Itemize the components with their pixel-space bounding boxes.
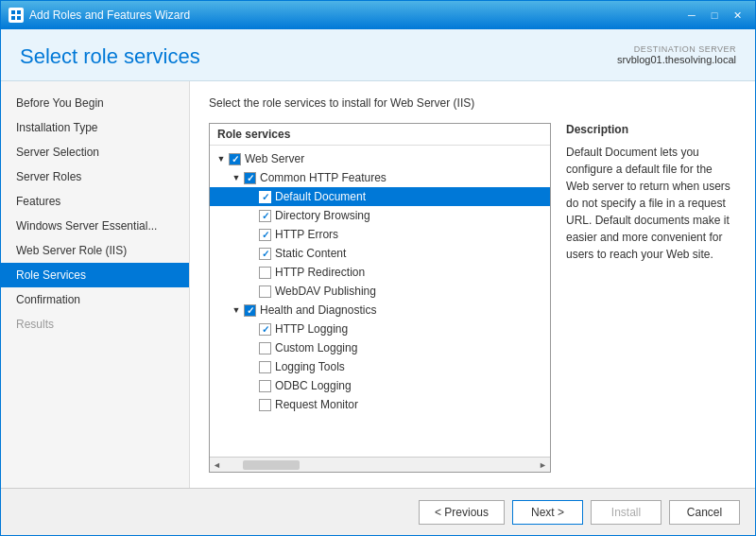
tree-label-http-errors: HTTP Errors — [275, 228, 338, 241]
tree-item-http-logging[interactable]: HTTP Logging — [210, 320, 550, 338]
main-window: Add Roles and Features Wizard ─ □ ✕ Sele… — [0, 0, 756, 536]
tree-label-static-content: Static Content — [275, 247, 346, 260]
expand-placeholder-odbc-logging — [244, 378, 259, 393]
sidebar-item-installation-type[interactable]: Installation Type — [1, 115, 189, 140]
header-bar: Select role services DESTINATION SERVER … — [1, 29, 755, 81]
tree-label-request-monitor: Request Monitor — [275, 398, 358, 411]
checkbox-custom-logging[interactable] — [259, 342, 271, 354]
expand-icon-health-diagnostics[interactable]: ▼ — [229, 303, 244, 318]
cancel-button[interactable]: Cancel — [669, 500, 740, 525]
checkbox-common-http[interactable] — [244, 172, 256, 184]
minimize-button[interactable]: ─ — [681, 7, 702, 24]
titlebar-left: Add Roles and Features Wizard — [9, 8, 190, 23]
expand-placeholder-http-logging — [244, 321, 259, 337]
checkbox-http-errors[interactable] — [259, 229, 271, 241]
main-area: Before You Begin Installation Type Serve… — [1, 81, 755, 488]
panel-header: Role services — [210, 124, 550, 146]
checkbox-odbc-logging[interactable] — [259, 380, 271, 392]
tree-label-custom-logging: Custom Logging — [275, 341, 357, 354]
svg-rect-2 — [11, 16, 15, 20]
tree-item-logging-tools[interactable]: Logging Tools — [210, 357, 550, 376]
page-title: Select role services — [20, 44, 200, 69]
tree-item-common-http[interactable]: ▼ Common HTTP Features — [210, 168, 550, 187]
expand-placeholder-webdav — [244, 284, 259, 299]
tree-item-odbc-logging[interactable]: ODBC Logging — [210, 376, 550, 395]
tree-area[interactable]: ▼ Web Server ▼ Common HTTP Features — [210, 146, 550, 457]
expand-placeholder-http-redirection — [244, 265, 259, 280]
tree-label-directory-browsing: Directory Browsing — [275, 209, 370, 222]
maximize-button[interactable]: □ — [704, 7, 725, 24]
checkbox-webdav-publishing[interactable] — [259, 285, 271, 298]
sidebar-item-windows-server-essential[interactable]: Windows Server Essential... — [1, 214, 189, 238]
main-content: Select the role services to install for … — [190, 81, 755, 488]
scroll-right-btn[interactable]: ► — [536, 460, 550, 470]
sidebar-item-features[interactable]: Features — [1, 189, 189, 214]
role-services-panel: Role services ▼ Web Server ▼ — [209, 123, 551, 473]
titlebar: Add Roles and Features Wizard ─ □ ✕ — [1, 1, 755, 29]
sidebar-item-web-server-role[interactable]: Web Server Role (IIS) — [1, 238, 189, 263]
checkbox-directory-browsing[interactable] — [259, 210, 271, 222]
sidebar: Before You Begin Installation Type Serve… — [1, 81, 190, 488]
next-button[interactable]: Next > — [512, 500, 583, 525]
horizontal-scrollbar[interactable]: ◄ ► — [210, 457, 550, 472]
expand-placeholder-static-content — [244, 246, 259, 261]
destination-info: DESTINATION SERVER srvblog01.thesolving.… — [617, 44, 736, 65]
expand-placeholder-logging-tools — [244, 359, 259, 374]
expand-placeholder-request-monitor — [244, 397, 259, 412]
expand-placeholder-custom-logging — [244, 340, 259, 355]
install-button[interactable]: Install — [591, 500, 662, 525]
sidebar-item-server-roles[interactable]: Server Roles — [1, 164, 189, 189]
sidebar-item-before-you-begin[interactable]: Before You Begin — [1, 91, 189, 115]
tree-item-static-content[interactable]: Static Content — [210, 244, 550, 263]
destination-server: srvblog01.thesolving.local — [617, 54, 736, 65]
scroll-left-btn[interactable]: ◄ — [210, 460, 224, 470]
checkbox-static-content[interactable] — [259, 248, 271, 260]
tree-label-web-server: Web Server — [245, 152, 304, 165]
tree-label-default-document: Default Document — [275, 190, 366, 203]
expand-icon-common-http[interactable]: ▼ — [229, 170, 244, 185]
tree-label-common-http: Common HTTP Features — [260, 171, 387, 184]
checkbox-request-monitor[interactable] — [259, 399, 271, 411]
tree-label-http-redirection: HTTP Redirection — [275, 266, 365, 279]
tree-item-custom-logging[interactable]: Custom Logging — [210, 338, 550, 357]
titlebar-controls: ─ □ ✕ — [681, 7, 747, 24]
sidebar-item-server-selection[interactable]: Server Selection — [1, 140, 189, 164]
tree-item-request-monitor[interactable]: Request Monitor — [210, 395, 550, 414]
checkbox-health-diagnostics[interactable] — [244, 304, 256, 317]
sidebar-item-results: Results — [1, 312, 189, 337]
tree-label-logging-tools: Logging Tools — [275, 360, 345, 373]
tree-item-web-server[interactable]: ▼ Web Server — [210, 149, 550, 168]
sidebar-item-confirmation[interactable]: Confirmation — [1, 287, 189, 312]
expand-icon-web-server[interactable]: ▼ — [214, 151, 229, 166]
window-title: Add Roles and Features Wizard — [29, 9, 190, 22]
tree-label-odbc-logging: ODBC Logging — [275, 379, 352, 392]
description-title: Description — [566, 123, 736, 136]
tree-item-webdav-publishing[interactable]: WebDAV Publishing — [210, 282, 550, 301]
checkbox-logging-tools[interactable] — [259, 361, 271, 373]
checkbox-web-server[interactable] — [229, 153, 241, 165]
tree-item-default-document[interactable]: Default Document — [210, 187, 550, 206]
checkbox-default-document[interactable] — [259, 191, 271, 203]
tree-label-webdav-publishing: WebDAV Publishing — [275, 285, 376, 298]
svg-rect-0 — [11, 10, 15, 14]
description-text: Default Document lets you configure a de… — [566, 144, 736, 263]
svg-rect-1 — [17, 10, 21, 14]
intro-text: Select the role services to install for … — [209, 96, 736, 110]
tree-item-directory-browsing[interactable]: Directory Browsing — [210, 206, 550, 225]
footer: < Previous Next > Install Cancel — [1, 488, 755, 535]
close-button[interactable]: ✕ — [727, 7, 747, 24]
sidebar-item-role-services[interactable]: Role Services — [1, 263, 189, 287]
checkbox-http-redirection[interactable] — [259, 267, 271, 279]
tree-item-http-redirection[interactable]: HTTP Redirection — [210, 263, 550, 282]
expand-placeholder-default-document — [244, 189, 259, 204]
scrollbar-thumb[interactable] — [243, 460, 300, 470]
tree-item-http-errors[interactable]: HTTP Errors — [210, 225, 550, 244]
expand-placeholder-directory-browsing — [244, 208, 259, 223]
tree-label-health-diagnostics: Health and Diagnostics — [260, 303, 376, 317]
checkbox-http-logging[interactable] — [259, 323, 271, 336]
content-area: Select role services DESTINATION SERVER … — [1, 29, 755, 535]
tree-item-health-diagnostics[interactable]: ▼ Health and Diagnostics — [210, 301, 550, 320]
tree-label-http-logging: HTTP Logging — [275, 322, 348, 336]
app-icon — [9, 8, 24, 23]
previous-button[interactable]: < Previous — [419, 500, 505, 525]
